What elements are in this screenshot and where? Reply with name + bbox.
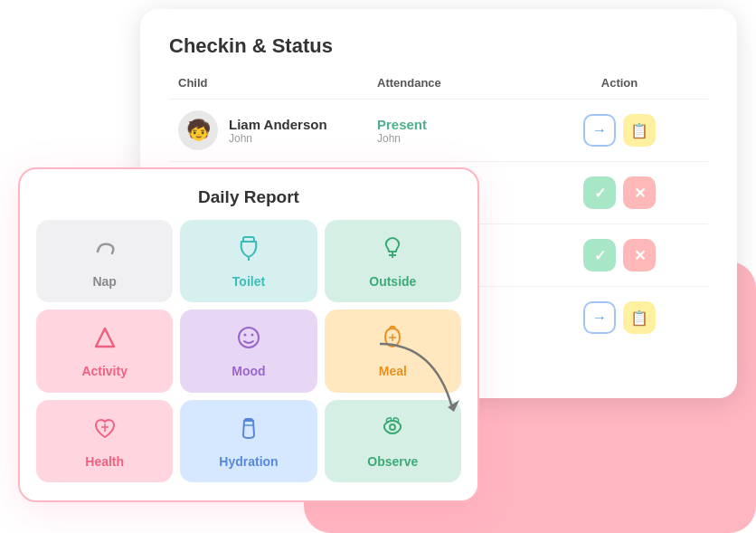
svg-marker-4 [96, 328, 114, 347]
action-btns-emma: ✓ ✕ [540, 176, 699, 209]
clip-button-liam[interactable]: 📋 [623, 114, 656, 147]
health-label: Health [85, 454, 124, 469]
health-icon [90, 414, 119, 447]
daily-report-title: Daily Report [36, 187, 461, 207]
clip-button-row4[interactable]: 📋 [623, 301, 656, 334]
check-button-emma[interactable]: ✓ [583, 176, 616, 209]
activity-label: Activity [81, 364, 128, 378]
toilet-label: Toilet [232, 274, 265, 289]
col-child: Child [178, 76, 377, 90]
svg-point-7 [250, 334, 253, 337]
mood-label: Mood [232, 364, 265, 378]
x-button-emma[interactable]: ✕ [623, 176, 656, 209]
child-sub-liam: John [229, 132, 327, 145]
child-info-liam: 🧒 Liam Anderson John [178, 110, 377, 150]
grid-item-health[interactable]: Health [36, 400, 173, 482]
col-action: Action [540, 76, 699, 90]
arrow-button-liam[interactable]: → [583, 114, 616, 147]
mood-icon [234, 323, 263, 357]
grid-item-toilet[interactable]: Toilet [180, 220, 317, 302]
table-header: Child Attendance Action [169, 76, 708, 90]
nap-label: Nap [92, 274, 116, 289]
child-name-liam: Liam Anderson [229, 117, 327, 132]
avatar-liam: 🧒 [178, 110, 218, 150]
outside-icon [378, 233, 407, 267]
attendance-sub-liam: John [377, 132, 540, 145]
toilet-icon [234, 233, 263, 267]
child-details-liam: Liam Anderson John [229, 117, 327, 145]
hydration-label: Hydration [219, 454, 278, 469]
grid-item-outside[interactable]: Outside [325, 220, 461, 302]
grid-item-nap[interactable]: Nap [36, 220, 173, 302]
action-btns-liam: → 📋 [540, 114, 699, 147]
outside-label: Outside [369, 274, 416, 289]
grid-item-mood[interactable]: Mood [180, 309, 317, 392]
attendance-liam: Present John [377, 117, 540, 145]
svg-point-6 [243, 334, 246, 337]
grid-item-hydration[interactable]: Hydration [180, 400, 317, 482]
grid-item-activity[interactable]: Activity [36, 309, 173, 392]
checkin-title: Checkin & Status [169, 34, 708, 58]
check-button-empty[interactable]: ✓ [583, 239, 616, 271]
action-btns-row4: → 📋 [540, 301, 699, 334]
hydration-icon [234, 414, 263, 447]
nap-icon [90, 233, 119, 267]
arrow-button-row4[interactable]: → [583, 301, 616, 334]
activity-icon [90, 323, 119, 357]
table-row: 🧒 Liam Anderson John Present John → 📋 [169, 99, 708, 161]
action-btns-empty: ✓ ✕ [540, 239, 699, 271]
col-attendance: Attendance [377, 76, 540, 90]
observe-label: Observe [367, 454, 418, 469]
curved-arrow [353, 335, 488, 443]
svg-point-5 [239, 328, 259, 347]
x-button-empty[interactable]: ✕ [623, 239, 656, 271]
attendance-status-liam: Present [377, 117, 540, 132]
